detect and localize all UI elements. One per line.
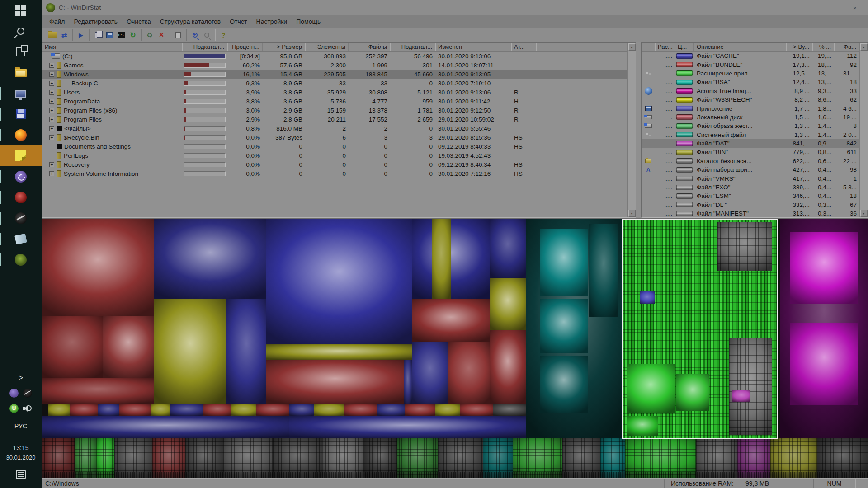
- clock-time[interactable]: 13:15: [0, 444, 42, 451]
- treemap-block[interactable]: [397, 438, 438, 478]
- treemap-block[interactable]: [790, 323, 858, 406]
- treemap-block[interactable]: [540, 299, 588, 354]
- treemap-block[interactable]: [412, 299, 490, 342]
- treemap-block[interactable]: [70, 404, 98, 416]
- treemap-block[interactable]: [223, 438, 273, 478]
- treemap-block[interactable]: [460, 404, 493, 416]
- dir-row-Documents-and-Settings[interactable]: Documents and Settings0,0%000009.12.2019…: [42, 142, 627, 151]
- menu-item-1[interactable]: Файл: [45, 17, 69, 27]
- expander-icon[interactable]: +: [49, 108, 54, 113]
- dir-row-$Recycle.Bin[interactable]: +$Recycle.Bin0,0%387 Bytes63329.01.2020 …: [42, 133, 627, 142]
- ext-row[interactable]: ....Расширение прил...12,5...13,...31 ..…: [642, 69, 859, 78]
- treemap-block[interactable]: [540, 229, 588, 296]
- treemap-block[interactable]: [405, 404, 435, 416]
- dir-column-header-6[interactable]: Файлы: [349, 43, 390, 51]
- dir-row-Program-Files-x86-[interactable]: +Program Files (x86)3,0%2,9 GB15 15913 3…: [42, 106, 627, 115]
- ext-column-header-3[interactable]: Описание: [694, 43, 786, 51]
- treemap-block[interactable]: [490, 330, 526, 404]
- zoom-out-button[interactable]: [201, 30, 212, 41]
- ext-row[interactable]: ....Приложение1,7 ...1,8...4 6...: [642, 104, 859, 113]
- treemap-block[interactable]: [404, 360, 412, 404]
- recycle-bin-button[interactable]: ♻: [144, 30, 156, 41]
- ext-row[interactable]: ....Файл "MANIFEST"313,...0,3...36: [642, 209, 859, 217]
- dir-column-header-1[interactable]: Имя: [42, 43, 182, 51]
- ext-row[interactable]: ....Файл образа жест...1,3 ...1,4...8: [642, 122, 859, 130]
- dir-row-----Backup-C----[interactable]: +--- Backup C ---9,3%8,9 GB3333030.01.20…: [42, 79, 627, 88]
- scroll-up-icon[interactable]: ▲: [628, 43, 636, 51]
- gramophone-tray-icon[interactable]: [23, 389, 32, 398]
- treemap-block[interactable]: [589, 224, 618, 317]
- treemap-block[interactable]: [289, 404, 314, 416]
- ext-row[interactable]: ....Файл "BUNDLE"17,3...18,...92: [642, 60, 859, 69]
- ext-row[interactable]: ....Файл "DAT"841,...0,9...842: [642, 139, 859, 148]
- taskbar-item-firefox[interactable]: [0, 125, 42, 145]
- treemap-block[interactable]: [256, 404, 289, 416]
- dir-column-header-3[interactable]: Процент...: [227, 43, 263, 51]
- ext-column-header-4[interactable]: > Ву...: [786, 43, 812, 51]
- treemap-block[interactable]: [412, 219, 490, 299]
- menu-item-7[interactable]: Помощь: [292, 17, 325, 27]
- treemap-block[interactable]: [314, 404, 344, 416]
- treemap-block[interactable]: [625, 438, 696, 478]
- treemap-block[interactable]: [323, 438, 364, 478]
- copy-button[interactable]: [92, 30, 104, 41]
- treemap-block[interactable]: [185, 438, 223, 478]
- dir-row-Games[interactable]: +Games60,2%57,6 GB2 3001 99930114.01.202…: [42, 61, 627, 70]
- taskbar-item-task-view[interactable]: [0, 42, 42, 62]
- ext-row[interactable]: ....Файл "VMRS"417,...0,4...1: [642, 174, 859, 183]
- explorer-button[interactable]: [104, 30, 115, 41]
- dir-row-ProgramData[interactable]: +ProgramData3,8%3,6 GB5 7364 77795930.01…: [42, 97, 627, 106]
- delete-button[interactable]: ×: [156, 30, 167, 41]
- viber-tray-icon[interactable]: [9, 389, 19, 398]
- treemap-block[interactable]: [114, 438, 152, 478]
- treemap-block[interactable]: [435, 404, 460, 416]
- taskbar-item-windirstat[interactable]: [0, 249, 42, 270]
- menu-item-6[interactable]: Настройки: [252, 17, 292, 27]
- treemap-block[interactable]: [483, 438, 513, 478]
- treemap-block[interactable]: [600, 438, 625, 478]
- treemap-block[interactable]: [42, 219, 154, 316]
- minimize-button[interactable]: –: [789, 0, 816, 15]
- treemap-block[interactable]: [790, 232, 858, 305]
- extension-list-scrollbar[interactable]: ▲ ▼: [859, 43, 868, 217]
- ext-row[interactable]: ....Acronis True Imag...8,9 ...9,3...33: [642, 87, 859, 95]
- treemap-block[interactable]: [42, 378, 154, 404]
- ext-column-header-1[interactable]: Рас...: [655, 43, 675, 51]
- treemap[interactable]: [42, 218, 868, 478]
- treemap-block[interactable]: [562, 438, 600, 478]
- taskbar-item-remote-desktop[interactable]: [0, 83, 42, 104]
- volume-icon[interactable]: [23, 405, 32, 412]
- treemap-block[interactable]: [493, 404, 526, 416]
- dir-row-<Файлы>[interactable]: +<Файлы>0,8%816,0 MB22030.01.2020 5:55:4…: [42, 124, 627, 133]
- dir-row-PerfLogs[interactable]: PerfLogs0,0%000019.03.2019 4:52:43: [42, 151, 627, 160]
- ext-column-header-2[interactable]: Ц...: [675, 43, 694, 51]
- expander-icon[interactable]: +: [49, 126, 54, 131]
- dir-column-header-8[interactable]: Изменен: [435, 43, 511, 51]
- taskbar-item-gramophone-app[interactable]: [0, 208, 42, 229]
- treemap-block[interactable]: [448, 342, 489, 404]
- treemap-block[interactable]: [540, 356, 588, 413]
- treemap-block[interactable]: [98, 404, 119, 416]
- treemap-block[interactable]: [438, 438, 483, 478]
- treemap-block[interactable]: [226, 299, 266, 404]
- expander-icon[interactable]: +: [49, 90, 54, 95]
- taskbar-item-book-app[interactable]: [0, 229, 42, 249]
- ext-row[interactable]: ....Файл "CACHE"19,1...19,...112: [642, 52, 859, 60]
- treemap-block[interactable]: [364, 438, 397, 478]
- treemap-block[interactable]: [203, 404, 231, 416]
- treemap-block[interactable]: [344, 404, 377, 416]
- ext-row[interactable]: ....Файл "BSA"12,4...13,...18: [642, 78, 859, 86]
- treemap-block[interactable]: [377, 404, 405, 416]
- ext-row[interactable]: ....Файл "DL "332,...0,3...67: [642, 201, 859, 209]
- ext-row[interactable]: A....Файл набора шри...427,...0,4...98: [642, 165, 859, 174]
- treemap-block[interactable]: [119, 404, 151, 416]
- taskbar-item-file-explorer[interactable]: [0, 62, 42, 83]
- cmd-button[interactable]: C:\: [115, 30, 127, 41]
- treemap-block[interactable]: [154, 219, 267, 299]
- pane-splitter[interactable]: [636, 42, 641, 218]
- restore-button[interactable]: [816, 0, 842, 15]
- treemap-block[interactable]: [154, 299, 227, 404]
- dir-row--C-[interactable]: (C:)[0:34 s]95,8 GB308 893252 39756 4963…: [42, 52, 627, 61]
- menu-item-2[interactable]: Редактировать: [70, 17, 122, 27]
- treemap-block[interactable]: [266, 219, 412, 344]
